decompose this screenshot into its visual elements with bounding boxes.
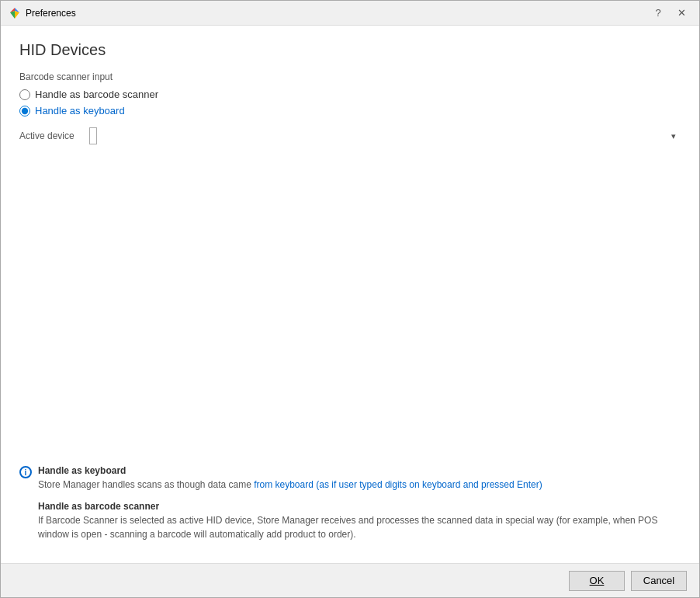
ok-button[interactable]: OK: [569, 571, 625, 591]
content-area: HID Devices Barcode scanner input Handle…: [1, 26, 699, 563]
preferences-window: Preferences ? ✕ HID Devices Barcode scan…: [0, 0, 700, 598]
info-block-barcode: Handle as barcode scanner If Barcode Sca…: [19, 501, 681, 541]
info-text-barcode: If Barcode Scanner is selected as active…: [38, 513, 681, 541]
radio-label-barcode-scanner: Handle as barcode scanner: [35, 89, 158, 100]
spacer: [19, 160, 681, 456]
help-button[interactable]: ?: [648, 5, 668, 22]
barcode-section-label: Barcode scanner input: [19, 71, 681, 82]
close-button[interactable]: ✕: [671, 5, 691, 22]
info-icon: i: [19, 466, 32, 478]
info-title-barcode: Handle as barcode scanner: [38, 501, 681, 512]
title-bar: Preferences ? ✕: [1, 1, 699, 26]
window-title: Preferences: [26, 8, 76, 19]
radio-label-keyboard: Handle as keyboard: [35, 105, 125, 116]
active-device-dropdown-wrapper: [89, 127, 681, 144]
info-text-keyboard: Store Manager handles scans as though da…: [38, 478, 681, 492]
title-bar-left: Preferences: [9, 7, 76, 19]
info-title-keyboard: Handle as keyboard: [38, 465, 681, 476]
radio-group: Handle as barcode scanner Handle as keyb…: [19, 89, 681, 116]
cancel-button[interactable]: Cancel: [631, 571, 687, 591]
info-block-keyboard: i Handle as keyboard Store Manager handl…: [19, 465, 681, 492]
info-content-keyboard: Handle as keyboard Store Manager handles…: [38, 465, 681, 492]
footer: OK Cancel: [1, 563, 699, 597]
title-bar-controls: ? ✕: [648, 5, 691, 22]
radio-barcode-scanner[interactable]: Handle as barcode scanner: [19, 89, 681, 100]
app-icon: [9, 7, 21, 19]
info-section: i Handle as keyboard Store Manager handl…: [19, 456, 681, 548]
info-text-blue: from keyboard (as if user typed digits o…: [254, 479, 542, 490]
active-device-row: Active device: [19, 127, 681, 144]
radio-input-barcode-scanner[interactable]: [19, 89, 30, 100]
page-title: HID Devices: [19, 41, 681, 59]
radio-keyboard[interactable]: Handle as keyboard: [19, 105, 681, 116]
active-device-dropdown[interactable]: [89, 127, 97, 144]
active-device-label: Active device: [19, 130, 81, 141]
radio-input-keyboard[interactable]: [19, 106, 30, 116]
